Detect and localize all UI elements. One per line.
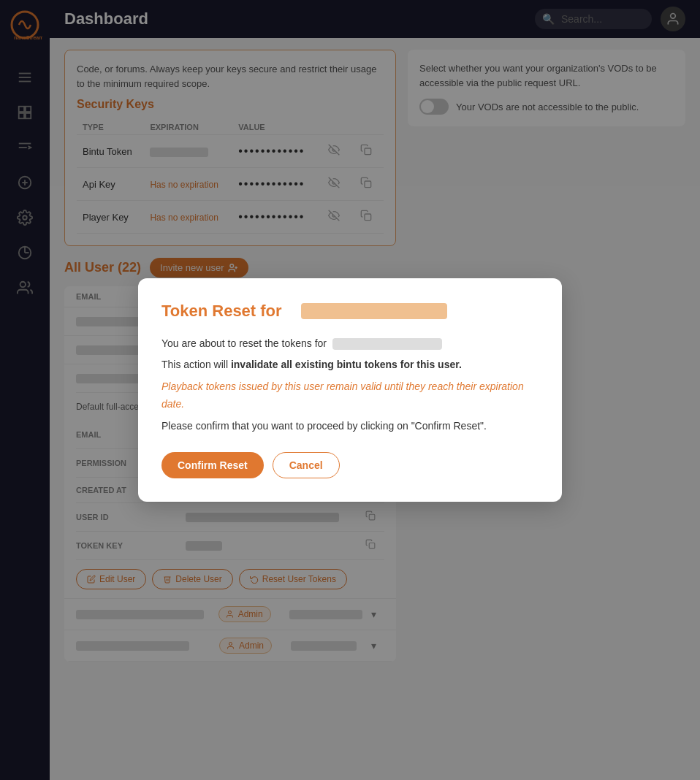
modal-overlay[interactable]: Token Reset for You are about to reset t… xyxy=(0,0,700,780)
modal-target-user-blur xyxy=(332,338,442,350)
token-reset-modal: Token Reset for You are about to reset t… xyxy=(138,278,562,502)
modal-body: You are about to reset the tokens for Th… xyxy=(161,335,539,435)
modal-title: Token Reset for xyxy=(161,302,539,321)
confirm-reset-button[interactable]: Confirm Reset xyxy=(161,452,264,478)
modal-username-blur xyxy=(301,303,447,319)
modal-actions: Confirm Reset Cancel xyxy=(161,452,539,478)
cancel-button[interactable]: Cancel xyxy=(273,452,340,478)
